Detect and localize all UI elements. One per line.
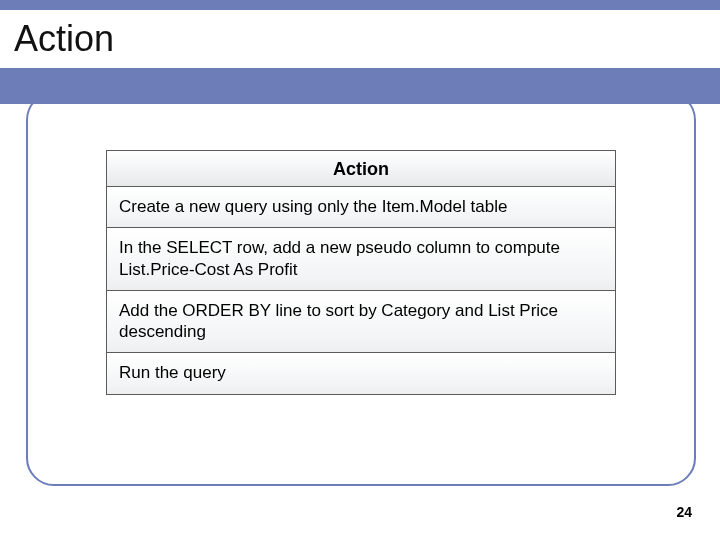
slide-title: Action — [14, 18, 114, 60]
table-row: Add the ORDER BY line to sort by Categor… — [107, 291, 615, 354]
content-frame: Action Create a new query using only the… — [26, 92, 696, 486]
action-table: Action Create a new query using only the… — [106, 150, 616, 395]
table-row: Create a new query using only the Item.M… — [107, 187, 615, 228]
title-row: Action — [0, 10, 720, 68]
table-row: In the SELECT row, add a new pseudo colu… — [107, 228, 615, 291]
table-row: Run the query — [107, 353, 615, 393]
table-header: Action — [107, 151, 615, 187]
slide: Action Action Create a new query using o… — [0, 0, 720, 540]
page-number: 24 — [676, 504, 692, 520]
top-accent-bar — [0, 0, 720, 10]
